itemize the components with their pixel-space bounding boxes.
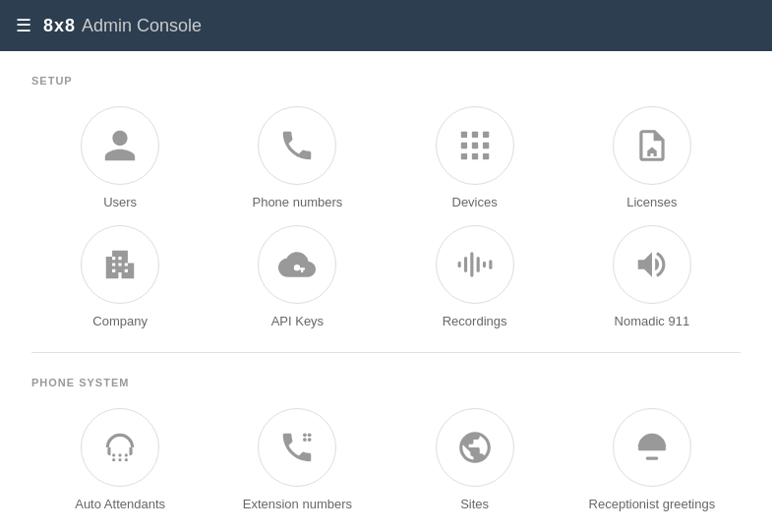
licenses-label: Licenses xyxy=(626,195,677,209)
nav-sites[interactable]: Sites xyxy=(386,408,564,511)
recordings-icon xyxy=(456,246,494,283)
recordings-label: Recordings xyxy=(443,314,507,328)
header: ☰ 8x8 Admin Console xyxy=(0,0,772,51)
sites-icon-circle xyxy=(436,408,514,487)
nav-auto-attendants[interactable]: Auto Attendants xyxy=(31,408,208,511)
nav-company[interactable]: Company xyxy=(31,225,208,328)
setup-section-label: SETUP xyxy=(31,75,741,87)
app-title: Admin Console xyxy=(82,16,202,36)
user-icon xyxy=(101,127,139,164)
users-label: Users xyxy=(103,195,137,209)
logo: 8x8 xyxy=(43,16,76,36)
device-icon xyxy=(456,127,494,164)
sites-icon xyxy=(456,429,494,466)
auto-attendants-icon-circle xyxy=(81,408,159,487)
phone-icon xyxy=(278,127,316,164)
devices-icon-circle xyxy=(436,106,514,185)
company-icon xyxy=(101,246,139,283)
api-keys-label: API Keys xyxy=(271,314,324,328)
phone-system-grid: Auto Attendants Extension numbers Sites … xyxy=(31,408,741,511)
main-content: SETUP Users Phone numbers Devices Licens… xyxy=(0,51,772,532)
nav-extension-numbers[interactable]: Extension numbers xyxy=(208,408,386,511)
nomadic-label: Nomadic 911 xyxy=(615,314,690,328)
section-divider xyxy=(31,352,741,353)
auto-attendants-label: Auto Attendants xyxy=(75,497,165,511)
receptionist-icon-circle xyxy=(613,408,691,487)
extension-numbers-icon-circle xyxy=(258,408,336,487)
phone-system-section-label: PHONE SYSTEM xyxy=(31,377,741,388)
nav-nomadic-911[interactable]: Nomadic 911 xyxy=(564,225,741,328)
receptionist-greetings-label: Receptionist greetings xyxy=(589,497,716,511)
api-keys-icon xyxy=(278,246,316,283)
nav-receptionist-greetings[interactable]: Receptionist greetings xyxy=(564,408,741,511)
nomadic-icon-circle xyxy=(613,225,691,304)
nav-api-keys[interactable]: API Keys xyxy=(208,225,386,328)
recordings-icon-circle xyxy=(436,225,514,304)
api-keys-icon-circle xyxy=(258,225,336,304)
setup-grid: Users Phone numbers Devices Licenses Com xyxy=(31,106,741,328)
users-icon-circle xyxy=(81,106,159,185)
phone-numbers-label: Phone numbers xyxy=(252,195,342,209)
nomadic-icon xyxy=(633,246,671,283)
extension-numbers-label: Extension numbers xyxy=(243,497,352,511)
license-icon xyxy=(633,127,671,164)
auto-attendants-icon xyxy=(101,429,139,466)
nav-devices[interactable]: Devices xyxy=(386,106,564,209)
extension-icon xyxy=(278,429,316,466)
menu-icon[interactable]: ☰ xyxy=(16,15,31,36)
company-label: Company xyxy=(92,314,148,328)
licenses-icon-circle xyxy=(613,106,691,185)
phone-numbers-icon-circle xyxy=(258,106,336,185)
brand: 8x8 Admin Console xyxy=(43,16,202,36)
nav-phone-numbers[interactable]: Phone numbers xyxy=(208,106,386,209)
nav-licenses[interactable]: Licenses xyxy=(564,106,741,209)
devices-label: Devices xyxy=(452,195,498,209)
nav-users[interactable]: Users xyxy=(31,106,208,209)
receptionist-icon xyxy=(633,429,671,466)
nav-recordings[interactable]: Recordings xyxy=(386,225,564,328)
company-icon-circle xyxy=(81,225,159,304)
sites-label: Sites xyxy=(460,497,489,511)
